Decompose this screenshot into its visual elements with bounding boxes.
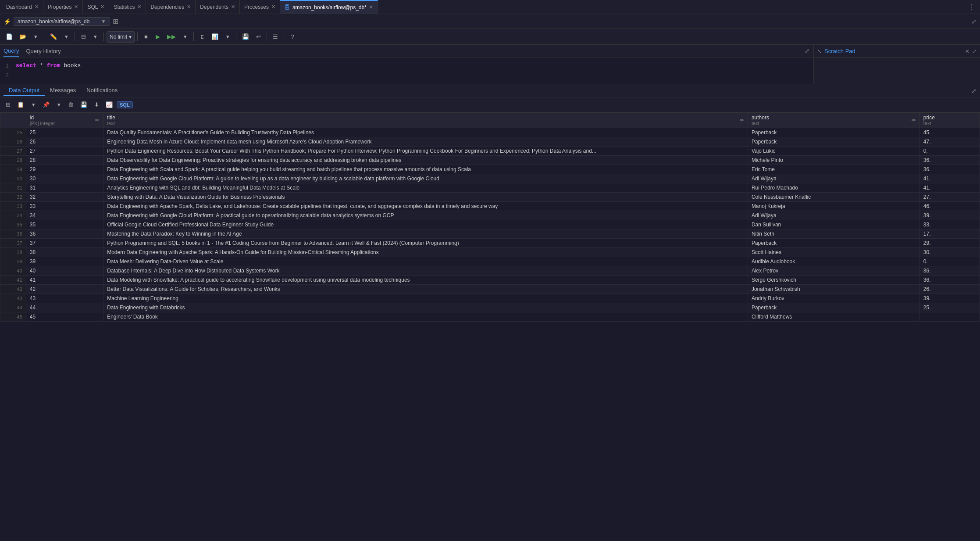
table-row[interactable]: 2929Data Engineering with Scala and Spar… <box>0 165 980 174</box>
table-row[interactable]: 4444Data Engineering with DatabricksPape… <box>0 303 980 312</box>
graph-dropdown-btn[interactable]: ▾ <box>222 31 233 43</box>
scratch-pad-close-btn[interactable]: ✕ <box>965 48 969 54</box>
limit-selector[interactable]: No limit ▾ <box>107 31 135 43</box>
table-row[interactable]: 3030Data Engineering with Google Cloud P… <box>0 174 980 183</box>
data-tab-output[interactable]: Data Output <box>4 85 45 96</box>
main-toolbar: 📄 📂 ▾ ✏️ ▾ ⊟ ▾ No limit ▾ ■ ▶ ▶▶ ▾ E 📊 ▾… <box>0 29 980 45</box>
tab-statistics[interactable]: Statistics ✕ <box>109 0 146 14</box>
tab-dependencies-close[interactable]: ✕ <box>187 4 191 10</box>
col-header-title[interactable]: title text ✏ <box>103 113 748 128</box>
table-row[interactable]: 4343Machine Learning EngineeringAndriy B… <box>0 294 980 303</box>
col-header-price[interactable]: price text <box>919 113 980 128</box>
tab-properties-close[interactable]: ✕ <box>74 4 78 10</box>
table-row[interactable]: 3838Modern Data Engineering with Apache … <box>0 248 980 257</box>
tab-dependents-close[interactable]: ✕ <box>231 4 235 10</box>
col-id-edit-icon[interactable]: ✏ <box>95 117 100 123</box>
run-dropdown-btn[interactable]: ▾ <box>179 31 191 43</box>
col-header-id[interactable]: id [PK] integer ✏ <box>26 113 103 128</box>
table-row[interactable]: 4141Data Modeling with Snowflake: A prac… <box>0 276 980 285</box>
tab-processes[interactable]: Processes ✕ <box>240 0 280 14</box>
tab-dependencies[interactable]: Dependencies ✕ <box>146 0 196 14</box>
table-row[interactable]: 3434Data Engineering with Google Cloud P… <box>0 211 980 220</box>
explain-btn[interactable]: E <box>196 31 208 43</box>
col-authors-edit-icon[interactable]: ✏ <box>912 117 916 123</box>
query-editor-container: Query Query History ⤢ 1 2 select * from … <box>0 45 813 84</box>
tab-dependents-label: Dependents <box>200 4 228 10</box>
tab-statistics-close[interactable]: ✕ <box>137 4 141 10</box>
table-row[interactable]: 2626Engineering Data Mesh in Azure Cloud… <box>0 137 980 147</box>
data-paste-dropdown-btn[interactable]: ▾ <box>53 99 64 111</box>
table-row[interactable]: 4242Better Data Visualizations: A Guide … <box>0 285 980 294</box>
data-tab-messages[interactable]: Messages <box>45 85 81 96</box>
tab-dependents[interactable]: Dependents ✕ <box>196 0 240 14</box>
table-row[interactable]: 2727Python Data Engineering Resources: B… <box>0 147 980 156</box>
run-btn[interactable]: ▶ <box>152 31 164 43</box>
table-row[interactable]: 3535Official Google Cloud Certified Prof… <box>0 220 980 229</box>
edit-btn[interactable]: ✏️ <box>47 31 60 43</box>
help-btn[interactable]: ? <box>287 31 298 43</box>
data-copy-btn[interactable]: 📋 <box>14 99 27 111</box>
table-row[interactable]: 3636Mastering the Data Paradox: Key to W… <box>0 229 980 239</box>
scratch-pad-maximize-icon[interactable]: ⤢ <box>972 48 976 54</box>
data-save-btn[interactable]: 💾 <box>78 99 90 111</box>
data-chart-btn[interactable]: 📈 <box>103 99 115 111</box>
tab-sql[interactable]: SQL ✕ <box>83 0 109 14</box>
commit-group: 💾 ↩ <box>239 31 264 43</box>
filter-dropdown-btn[interactable]: ▾ <box>89 31 101 43</box>
data-copy-dropdown-btn[interactable]: ▾ <box>28 99 39 111</box>
tab-properties[interactable]: Properties ✕ <box>43 0 83 14</box>
graph-btn[interactable]: 📊 <box>208 31 221 43</box>
row-title-cell: Data Engineering with Google Cloud Platf… <box>103 211 748 220</box>
row-id-cell: 30 <box>26 174 103 183</box>
col-title-edit-icon[interactable]: ✏ <box>740 117 744 123</box>
table-row[interactable]: 4040Database Internals: A Deep Dive into… <box>0 266 980 276</box>
col-header-authors[interactable]: authors text ✏ <box>748 113 919 128</box>
sql-badge[interactable]: SQL <box>117 101 133 108</box>
table-row[interactable]: 3737Python Programming and SQL: 5 books … <box>0 239 980 248</box>
tab-dashboard[interactable]: Dashboard ✕ <box>2 0 43 14</box>
col-price-name: price <box>923 115 935 121</box>
query-tab-query[interactable]: Query <box>4 46 19 57</box>
code-editor[interactable]: select * from books <box>12 59 813 82</box>
row-authors-cell: Paperback <box>748 239 919 248</box>
table-row[interactable]: 3333Data Engineering with Apache Spark, … <box>0 202 980 211</box>
table-row[interactable]: 2525Data Quality Fundamentals: A Practit… <box>0 128 980 137</box>
new-file-btn[interactable]: 📄 <box>3 31 16 43</box>
filter-btn[interactable]: ⊟ <box>78 31 89 43</box>
tab-query-close[interactable]: ✕ <box>369 4 373 10</box>
table-row[interactable]: 4545Engineers' Data BookClifford Matthew… <box>0 312 980 322</box>
edit-dropdown-btn[interactable]: ▾ <box>61 31 72 43</box>
tab-sql-close[interactable]: ✕ <box>100 4 104 10</box>
toolbar-divider-2 <box>75 32 75 41</box>
query-tab-history[interactable]: Query History <box>26 46 61 56</box>
run-all-btn[interactable]: ▶▶ <box>164 31 179 43</box>
data-delete-btn[interactable]: 🗑 <box>65 99 76 111</box>
table-row[interactable]: 2828Data Observability for Data Engineer… <box>0 156 980 165</box>
connection-schema-icon[interactable]: ⊞ <box>113 17 118 25</box>
tab-processes-close[interactable]: ✕ <box>271 4 275 10</box>
data-paste-btn[interactable]: 📌 <box>40 99 52 111</box>
row-title-cell: Data Quality Fundamentals: A Practitione… <box>103 128 748 137</box>
scratch-pad-expand-icon[interactable]: ⤡ <box>817 48 822 54</box>
rollback-btn[interactable]: ↩ <box>253 31 264 43</box>
open-dropdown-btn[interactable]: ▾ <box>30 31 41 43</box>
table-row[interactable]: 3232Storytelling with Data: A Data Visua… <box>0 193 980 202</box>
row-authors-cell: Andriy Burkov <box>748 294 919 303</box>
data-tab-notifications[interactable]: Notifications <box>81 85 123 96</box>
data-select-all-btn[interactable]: ⊞ <box>3 99 13 111</box>
open-file-btn[interactable]: 📂 <box>16 31 29 43</box>
query-expand-btn[interactable]: ⤢ <box>805 47 810 54</box>
data-download-btn[interactable]: ⬇ <box>91 99 102 111</box>
scratch-pad-header: ⤡ Scratch Pad ✕ ⤢ <box>814 45 980 58</box>
data-output-expand[interactable]: ⤢ <box>971 87 976 94</box>
stop-btn[interactable]: ■ <box>140 31 152 43</box>
list-btn[interactable]: ☰ <box>270 31 281 43</box>
connection-bar-expand[interactable]: ⤢ <box>971 18 976 25</box>
table-row[interactable]: 3939Data Mesh: Delivering Data-Driven Va… <box>0 257 980 266</box>
connection-selector[interactable]: amazon_books/airflow@ps_db ▼ <box>14 17 110 26</box>
tab-bar-menu[interactable]: ⋮ <box>964 3 978 11</box>
table-row[interactable]: 3131Analytics Engineering with SQL and d… <box>0 183 980 193</box>
tab-dashboard-close[interactable]: ✕ <box>35 4 39 10</box>
tab-query[interactable]: 🗄 amazon_books/airflow@ps_db* ✕ <box>280 0 378 14</box>
commit-btn[interactable]: 💾 <box>239 31 252 43</box>
